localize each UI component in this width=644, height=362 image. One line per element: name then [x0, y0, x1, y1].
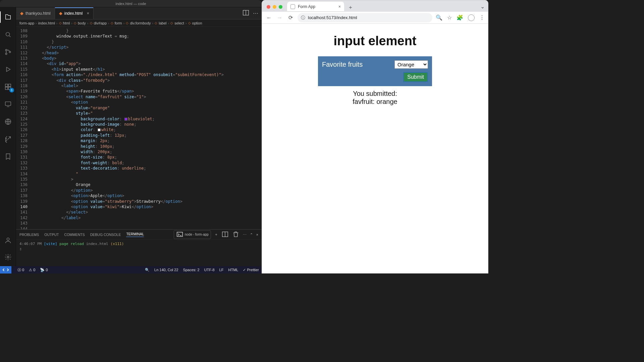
breadcrumb-item[interactable]: ◇label: [155, 21, 166, 25]
maximize-window-icon[interactable]: [279, 5, 282, 9]
panel-tabs: PROBLEMSOUTPUTCOMMENTSDEBUG CONSOLETERMI…: [16, 230, 262, 240]
submit-button[interactable]: Submit: [403, 72, 428, 82]
status-errors[interactable]: ⓧ 0: [17, 267, 24, 273]
search-icon[interactable]: [0, 27, 16, 42]
extensions-puzzle-icon[interactable]: 🧩: [457, 14, 463, 21]
breadcrumb-item[interactable]: ◇body: [74, 21, 86, 25]
live-share-icon[interactable]: [0, 115, 16, 129]
code-editor[interactable]: 1081091101111121131141151161171181191201…: [16, 27, 262, 229]
status-cursor[interactable]: Ln 140, Col 22: [154, 268, 178, 272]
page-title: input element: [333, 34, 416, 48]
panel-tab-problems[interactable]: PROBLEMS: [19, 233, 39, 237]
close-window-icon[interactable]: [267, 5, 270, 9]
back-button[interactable]: ←: [265, 15, 273, 21]
chrome-toolbar: ← → ⟳ ⓘ localhost:5173/index.html 🔍 ☆ 🧩 …: [262, 12, 488, 24]
extensions-badge: 3: [9, 88, 14, 93]
extensions-icon[interactable]: 3: [0, 80, 16, 94]
close-panel-icon[interactable]: ×: [256, 233, 258, 237]
site-info-icon[interactable]: ⓘ: [301, 15, 305, 21]
close-tab-icon[interactable]: ×: [338, 4, 341, 9]
tab-label: index.html: [64, 11, 83, 16]
svg-rect-4: [5, 84, 7, 86]
svg-point-2: [5, 53, 7, 55]
window-controls: [265, 2, 285, 12]
panel-tab-debug-console[interactable]: DEBUG CONSOLE: [90, 233, 121, 237]
code-content[interactable]: } window.output.innerText = msg; } </scr…: [32, 27, 262, 229]
tab-index[interactable]: ◆ index.html ×: [55, 7, 94, 19]
new-tab-button[interactable]: ＋: [346, 3, 355, 12]
minimize-window-icon[interactable]: [273, 5, 276, 9]
close-icon[interactable]: ×: [87, 11, 89, 16]
testing-icon[interactable]: [0, 132, 16, 146]
split-editor-icon[interactable]: [242, 9, 250, 18]
breadcrumb-item[interactable]: ◇option: [188, 21, 202, 25]
status-eol[interactable]: LF: [219, 268, 224, 272]
browser-tab[interactable]: Form App ×: [287, 2, 344, 12]
more-actions-icon[interactable]: ⋯: [253, 10, 258, 16]
terminal-task-picker[interactable]: node - form-app: [174, 230, 211, 239]
svg-point-0: [6, 33, 9, 36]
magnify-icon[interactable]: 🔍: [145, 268, 150, 272]
breadcrumb-item[interactable]: ◇div.formbody: [126, 21, 151, 25]
chrome-menu-icon[interactable]: ⋮: [479, 14, 485, 21]
address-bar[interactable]: ⓘ localhost:5173/index.html: [298, 13, 432, 22]
favorite-fruits-label: Favorite fruits: [322, 61, 363, 68]
kill-terminal-icon[interactable]: [232, 231, 239, 239]
terminal-output[interactable]: 4:46:07 PM [vite] page reload index.html…: [16, 240, 262, 266]
chevron-down-icon[interactable]: ⌄: [477, 1, 488, 12]
status-ports[interactable]: 📡 0: [40, 268, 48, 272]
breadcrumb-item[interactable]: index.html: [38, 21, 55, 25]
page-viewport: input element Favorite fruits Orange Sub…: [262, 24, 488, 273]
favicon-icon: [290, 4, 295, 9]
maximize-panel-icon[interactable]: ⌃: [250, 233, 253, 237]
new-terminal-icon[interactable]: ＋: [214, 232, 218, 237]
activity-bar: 3: [0, 7, 16, 266]
svg-rect-8: [5, 102, 11, 106]
panel-tab-comments[interactable]: COMMENTS: [64, 233, 85, 237]
status-warnings[interactable]: ⚠ 0: [29, 268, 35, 272]
svg-point-1: [5, 49, 7, 51]
favfruit-select[interactable]: Orange: [394, 60, 428, 69]
status-prettier[interactable]: ✓ Prettier: [243, 268, 259, 272]
editor-tabs: ◆ thankyou.html ◆ index.html × ⋯: [16, 7, 262, 19]
svg-point-10: [7, 238, 9, 240]
breadcrumb-item[interactable]: ◇select: [170, 21, 184, 25]
chrome-window: Form App × ＋ ⌄ ← → ⟳ ⓘ localhost:5173/in…: [262, 0, 488, 274]
remote-explorer-icon[interactable]: [0, 97, 16, 111]
status-lang[interactable]: HTML: [228, 268, 238, 272]
breadcrumb[interactable]: form-app›index.html›◇html›◇body›◇div#app…: [16, 19, 262, 27]
vscode-titlebar: index.html — code: [0, 0, 262, 7]
panel-more-icon[interactable]: ⋯: [243, 233, 247, 237]
breadcrumb-item[interactable]: form-app: [19, 21, 34, 25]
source-control-icon[interactable]: [0, 45, 16, 59]
bookmarks-icon[interactable]: [0, 149, 16, 164]
breadcrumb-item[interactable]: ◇form: [111, 21, 122, 25]
bookmark-star-icon[interactable]: ☆: [447, 14, 452, 21]
settings-gear-icon[interactable]: [0, 250, 16, 264]
reload-button[interactable]: ⟳: [287, 14, 294, 21]
accounts-icon[interactable]: [0, 233, 16, 247]
vscode-title: index.html — code: [115, 2, 146, 6]
breadcrumb-item[interactable]: ◇html: [59, 21, 70, 25]
profile-avatar-icon[interactable]: [468, 14, 475, 21]
run-debug-icon[interactable]: [0, 62, 16, 76]
panel-tab-terminal[interactable]: TERMINAL: [126, 232, 144, 237]
line-number-gutter: 1081091101111121131141151161171181191201…: [16, 27, 32, 229]
zoom-icon[interactable]: 🔍: [436, 14, 442, 21]
chrome-tabstrip: Form App × ＋ ⌄: [262, 0, 488, 12]
split-terminal-icon[interactable]: [221, 231, 229, 239]
remote-indicator[interactable]: [0, 266, 11, 274]
tab-thankyou[interactable]: ◆ thankyou.html: [16, 7, 55, 19]
explorer-icon[interactable]: [0, 10, 16, 24]
form-body: Favorite fruits Orange Submit: [318, 56, 432, 86]
breadcrumb-item[interactable]: ◇div#app: [90, 21, 107, 25]
form-output: You submitted: favfruit: orange: [353, 89, 397, 106]
svg-rect-5: [8, 84, 10, 86]
forward-button[interactable]: →: [276, 15, 283, 21]
html-file-icon: ◆: [59, 11, 62, 16]
url-text: localhost:5173/index.html: [308, 15, 357, 20]
status-indent[interactable]: Spaces: 2: [183, 268, 200, 272]
status-encoding[interactable]: UTF-8: [204, 268, 215, 272]
panel-tab-output[interactable]: OUTPUT: [44, 233, 59, 237]
status-bar: ⓧ 0 ⚠ 0 📡 0 🔍 Ln 140, Col 22 Spaces: 2 U…: [0, 266, 262, 274]
